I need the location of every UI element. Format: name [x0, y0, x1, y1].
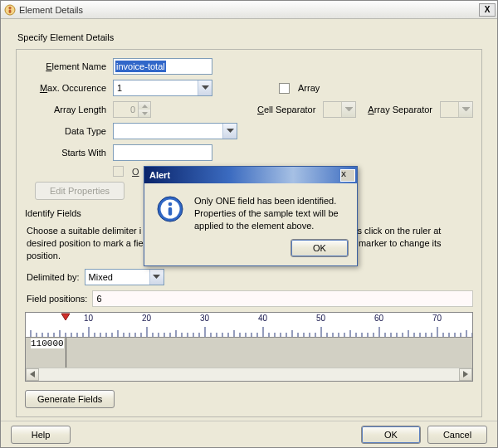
spinner-up-icon: [139, 102, 150, 110]
cancel-button[interactable]: Cancel: [427, 426, 487, 444]
ruler-tick-label: 40: [258, 314, 267, 323]
info-icon: [156, 195, 184, 223]
element-name-input[interactable]: invoice-total: [113, 58, 212, 75]
svg-point-5: [168, 202, 173, 207]
delimited-by-combo[interactable]: Mixed: [85, 269, 164, 285]
chevron-down-icon: [222, 124, 237, 139]
chevron-down-icon: [198, 80, 212, 95]
alert-titlebar: Alert X: [144, 167, 357, 183]
ruler-tick-label: 10: [84, 314, 93, 323]
ruler-tick-label: 20: [142, 314, 151, 323]
delimited-by-label: Delimited by:: [27, 272, 80, 282]
starts-with-label: Starts With: [25, 148, 108, 158]
alert-message: Only ONE field has been identified. Prop…: [194, 195, 347, 232]
ruler-tick-label: 30: [200, 314, 209, 323]
chevron-down-icon: [341, 102, 355, 117]
ruler-tick-label: 70: [432, 314, 442, 323]
svg-rect-6: [168, 207, 172, 216]
svg-point-1: [8, 6, 11, 8]
field-positions-label: Field positions:: [27, 294, 87, 304]
spinner-down-icon: [139, 110, 150, 117]
array-checkbox-label: Array: [298, 83, 320, 93]
cell-separator-combo: [323, 101, 356, 118]
array-length-spinner: 0: [113, 101, 151, 118]
optional-label: O: [132, 167, 139, 177]
chevron-down-icon: [458, 102, 472, 117]
window-close-button[interactable]: X: [479, 3, 496, 17]
max-occurence-label: Max. Occurence: [25, 83, 108, 93]
chevron-down-icon: [149, 270, 164, 285]
horizontal-scrollbar[interactable]: [26, 368, 472, 381]
data-type-combo[interactable]: [113, 123, 237, 139]
ok-button[interactable]: OK: [361, 426, 421, 444]
scroll-track[interactable]: [39, 368, 459, 381]
window-title: Element Details: [19, 5, 479, 15]
field-positions-value: 6: [96, 294, 101, 304]
ruler-tick-label: 50: [316, 314, 325, 323]
element-name-value: invoice-total: [115, 61, 166, 72]
field-positions-input[interactable]: 6: [92, 290, 473, 307]
alert-ok-button[interactable]: OK: [290, 239, 349, 257]
data-type-label: Data Type: [25, 126, 108, 136]
data-preview: 110000: [26, 338, 472, 381]
array-checkbox[interactable]: [279, 83, 290, 94]
delimited-by-value: Mixed: [89, 272, 113, 282]
array-length-label: Array Length: [25, 105, 108, 114]
array-separator-label: Array Separator: [368, 105, 432, 114]
alert-dialog: Alert X Only ONE field has been identifi…: [144, 166, 358, 266]
section-heading: Specify Element Details: [17, 32, 486, 42]
starts-with-input[interactable]: [113, 144, 212, 161]
data-sample-text: 110000: [31, 338, 64, 348]
help-button[interactable]: Help: [11, 426, 71, 444]
array-separator-combo: [440, 101, 473, 118]
app-icon: [4, 4, 16, 16]
edit-properties-button: Edit Properties: [35, 182, 124, 200]
ruler-tick-label: 60: [374, 314, 383, 323]
generate-fields-button[interactable]: Generate Fields: [25, 390, 115, 408]
cell-separator-label: Cell Separator: [257, 105, 315, 114]
dialog-button-bar: Help OK Cancel: [1, 421, 497, 447]
ruler-area[interactable]: 10203040506070 110000: [25, 312, 473, 382]
ruler[interactable]: 10203040506070: [26, 313, 472, 338]
alert-close-button[interactable]: X: [340, 169, 355, 182]
array-length-value: 0: [114, 105, 138, 114]
alert-title: Alert: [149, 170, 340, 180]
max-occurence-combo[interactable]: 1: [113, 80, 212, 96]
ruler-marker-icon[interactable]: [61, 313, 71, 323]
scroll-right-icon[interactable]: [459, 368, 472, 381]
element-name-label: Element Name: [25, 61, 108, 71]
optional-checkbox: [113, 166, 124, 177]
window-titlebar: Element Details X: [1, 1, 497, 19]
svg-rect-2: [9, 9, 12, 13]
scroll-left-icon[interactable]: [26, 368, 39, 381]
max-occurence-value: 1: [117, 83, 122, 93]
